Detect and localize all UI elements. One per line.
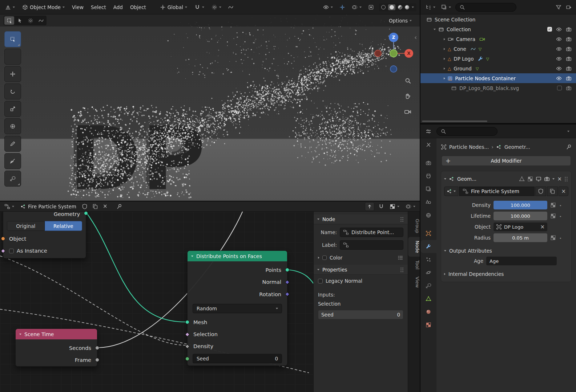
select-circle-button[interactable] bbox=[25, 16, 35, 25]
xray-toggle[interactable] bbox=[367, 3, 375, 11]
show-gizmo-toggle[interactable] bbox=[339, 3, 346, 11]
copy-button[interactable] bbox=[547, 187, 558, 196]
modifier-panel-header[interactable]: Geom... bbox=[444, 174, 568, 184]
gizmo-x-axis[interactable]: X bbox=[404, 49, 413, 58]
extras-menu-icon[interactable] bbox=[552, 178, 555, 180]
tab-render[interactable] bbox=[420, 156, 436, 170]
shading-rendered-button[interactable] bbox=[405, 5, 409, 9]
clear-object-icon[interactable] bbox=[540, 224, 545, 230]
distribute-points-header[interactable]: Distribute Points on Faces bbox=[188, 251, 287, 261]
menu-select[interactable]: Select bbox=[89, 4, 108, 10]
select-lasso-button[interactable] bbox=[36, 16, 46, 25]
lifetime-slider[interactable]: 100.000 bbox=[494, 212, 547, 220]
menu-add[interactable]: Add bbox=[112, 4, 124, 10]
scene-time-node[interactable]: Scene Time Seconds Frame bbox=[15, 328, 97, 367]
render-visibility-icon[interactable] bbox=[566, 66, 572, 72]
collapse-icon[interactable] bbox=[444, 178, 446, 180]
object-input-socket[interactable] bbox=[1, 237, 5, 241]
age-field[interactable]: Age bbox=[486, 257, 557, 265]
render-visibility-icon[interactable] bbox=[566, 85, 572, 91]
properties-section-header[interactable]: Properties bbox=[314, 265, 408, 275]
frame-output-socket[interactable] bbox=[95, 358, 99, 362]
overlays-menu[interactable] bbox=[350, 3, 363, 11]
camera-view-icon[interactable] bbox=[404, 108, 411, 115]
geometry-output-socket[interactable] bbox=[84, 211, 88, 215]
shading-solid-button[interactable] bbox=[388, 4, 395, 10]
edit-mode-display-icon[interactable] bbox=[519, 176, 525, 182]
tool-move[interactable] bbox=[4, 66, 21, 82]
method-dropdown[interactable]: Random bbox=[193, 304, 282, 313]
decorator-icon[interactable] bbox=[550, 213, 556, 219]
render-visibility-icon[interactable] bbox=[566, 75, 572, 81]
expand-icon[interactable] bbox=[434, 29, 436, 30]
density-slider[interactable]: 100.000 bbox=[494, 201, 547, 209]
proportional-falloff-icon[interactable] bbox=[227, 3, 234, 11]
object-info-node[interactable]: Geometry Original Relative Object As Ins… bbox=[3, 204, 86, 258]
presets-list-icon[interactable] bbox=[398, 255, 403, 261]
drag-handle-icon[interactable] bbox=[400, 267, 404, 273]
outliner-search-input[interactable] bbox=[455, 3, 516, 12]
node-section-header[interactable]: Node bbox=[314, 215, 408, 224]
expand-icon[interactable] bbox=[444, 77, 445, 79]
gizmo-neg-x-axis[interactable] bbox=[374, 50, 382, 57]
breadcrumb-object[interactable]: Particle Nodes... bbox=[449, 144, 489, 150]
original-button[interactable]: Original bbox=[7, 221, 45, 231]
modifier-name[interactable]: Geom... bbox=[457, 176, 476, 182]
outliner-row-collection[interactable]: Collection bbox=[420, 24, 576, 34]
drag-handle-icon[interactable] bbox=[400, 217, 404, 222]
tool-add-primitive[interactable] bbox=[4, 171, 21, 187]
browse-node-group-button[interactable] bbox=[444, 187, 458, 196]
sidebar-seed-field[interactable]: Seed 0 bbox=[318, 310, 403, 319]
display-mode-button[interactable] bbox=[440, 3, 452, 11]
collapse-icon[interactable] bbox=[191, 256, 193, 257]
unlink-button[interactable] bbox=[559, 187, 568, 196]
tool-measure[interactable] bbox=[4, 153, 21, 169]
pin-button[interactable] bbox=[116, 203, 123, 211]
outliner-row-dp-logo[interactable]: DP Logo bbox=[420, 54, 576, 64]
sidebar-collapse-arrow[interactable]: ‹ bbox=[414, 33, 417, 41]
expand-icon[interactable] bbox=[444, 38, 445, 40]
outliner-row-cone[interactable]: Cone bbox=[420, 44, 576, 54]
object-field[interactable]: DP Logo bbox=[494, 222, 547, 231]
decorator-icon[interactable] bbox=[550, 235, 556, 241]
fake-user-button[interactable] bbox=[81, 203, 88, 211]
zoom-icon[interactable] bbox=[404, 77, 411, 84]
drag-handle-icon[interactable] bbox=[564, 176, 568, 182]
tab-node[interactable]: Node bbox=[408, 237, 420, 257]
node-group-name-field[interactable]: Fire Particle System bbox=[459, 187, 535, 196]
tool-select-box[interactable] bbox=[4, 31, 21, 47]
gizmo-neg-z-axis[interactable] bbox=[390, 65, 397, 73]
label-field[interactable] bbox=[340, 240, 403, 250]
outliner-row-camera[interactable]: Camera bbox=[420, 34, 576, 44]
expand-icon[interactable] bbox=[444, 48, 445, 50]
tab-view[interactable]: View bbox=[408, 273, 420, 291]
breadcrumb-modifier[interactable]: Geometr... bbox=[504, 144, 530, 150]
output-attributes-section[interactable]: Output Attributes bbox=[444, 246, 568, 256]
viewport-3d[interactable]: Object Mode View Select Add Object Globa… bbox=[0, 0, 420, 201]
distribute-points-node[interactable]: Distribute Points on Faces Points Normal… bbox=[187, 250, 287, 366]
tool-annotate[interactable] bbox=[4, 136, 21, 152]
collapse-icon[interactable] bbox=[19, 334, 21, 335]
points-output-socket[interactable] bbox=[285, 268, 289, 272]
shading-menu-chevron[interactable] bbox=[412, 7, 414, 8]
tab-world[interactable] bbox=[420, 209, 436, 222]
hide-eye-icon[interactable] bbox=[556, 46, 562, 52]
tab-texture[interactable] bbox=[420, 318, 436, 331]
copy-node-tree-button[interactable] bbox=[92, 203, 99, 211]
viewport-canvas[interactable] bbox=[0, 0, 420, 201]
go-to-parent-button[interactable] bbox=[365, 202, 374, 211]
outliner-row-svg-collection[interactable]: DP_Logo_RGB_black.svg bbox=[420, 83, 576, 93]
transform-orientation[interactable]: Global bbox=[158, 3, 189, 11]
render-display-icon[interactable] bbox=[544, 176, 550, 182]
legacy-normal-checkbox[interactable] bbox=[318, 279, 323, 283]
snap-toggle[interactable] bbox=[378, 203, 385, 211]
viewport-display-icon[interactable] bbox=[536, 176, 541, 182]
tab-object-data[interactable] bbox=[420, 292, 436, 305]
outliner-row-ground[interactable]: Ground bbox=[420, 64, 576, 73]
extras-dot-icon[interactable] bbox=[559, 235, 562, 241]
editor-type-button[interactable] bbox=[3, 203, 16, 211]
outliner-row-scene-collection[interactable]: Scene Collection bbox=[420, 15, 576, 24]
hide-eye-icon[interactable] bbox=[556, 56, 562, 62]
scene-time-header[interactable]: Scene Time bbox=[16, 329, 97, 339]
select-tweak-button[interactable] bbox=[15, 16, 25, 25]
